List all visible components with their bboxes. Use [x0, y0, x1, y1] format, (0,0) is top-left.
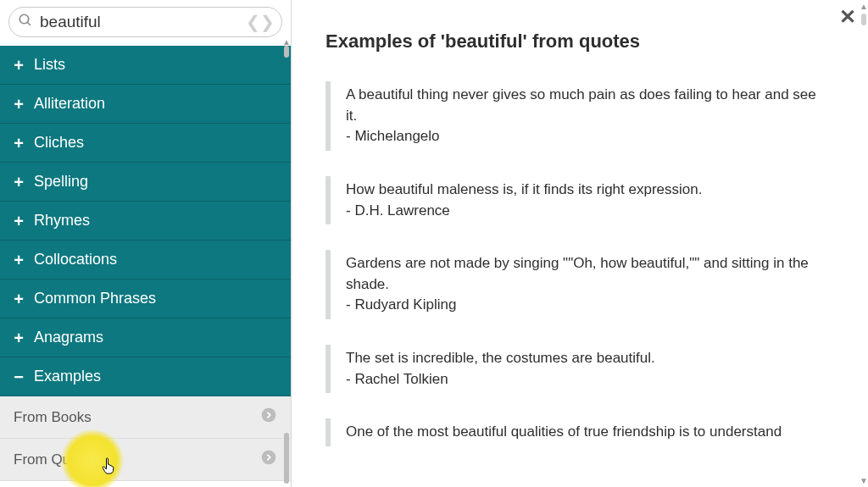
quote-block: The set is incredible, the costumes are …	[326, 345, 817, 393]
quote-text: The set is incredible, the costumes are …	[346, 348, 817, 369]
quote-author: - Rudyard Kipling	[346, 295, 817, 316]
chevron-right-circle-icon	[260, 449, 277, 470]
sub-item-label: From Books	[14, 409, 92, 426]
quote-block: A beautiful thing never gives so much pa…	[326, 81, 817, 151]
plus-icon: +	[12, 57, 25, 74]
sidebar-item-alliteration[interactable]: + Alliteration	[0, 85, 291, 124]
sidebar-item-label: Cliches	[34, 134, 84, 152]
sidebar-item-label: Rhymes	[34, 212, 90, 230]
svg-point-0	[19, 14, 29, 24]
scroll-down-arrow-icon[interactable]: ▼	[860, 476, 868, 485]
sidebar-item-label: Lists	[34, 56, 65, 74]
sidebar-item-rhymes[interactable]: + Rhymes	[0, 202, 291, 241]
quote-text: One of the most beautiful qualities of t…	[346, 422, 817, 443]
nav-back-icon[interactable]: ❮	[246, 14, 260, 30]
right-panel: ✕ ▲ ▼ Examples of 'beautiful' from quote…	[292, 0, 868, 487]
search-box[interactable]: ❮ ❯	[8, 7, 282, 37]
sidebar-item-anagrams[interactable]: + Anagrams	[0, 318, 291, 357]
sidebar-item-label: Examples	[34, 368, 101, 385]
sub-item-label: From Quotes	[14, 451, 97, 468]
search-icon	[18, 13, 33, 31]
sidebar-item-lists[interactable]: + Lists	[0, 46, 291, 85]
plus-icon: +	[12, 291, 25, 307]
quote-text: How beautiful maleness is, if it finds i…	[346, 180, 817, 201]
sidebar-item-label: Collocations	[34, 251, 117, 268]
left-panel: ❮ ❯ + Lists + Alliteration + Cliches + S…	[0, 0, 292, 487]
sidebar[interactable]: + Lists + Alliteration + Cliches + Spell…	[0, 46, 291, 487]
quote-block: How beautiful maleness is, if it finds i…	[326, 176, 817, 224]
sidebar-item-label: Common Phrases	[34, 290, 156, 307]
plus-icon: +	[12, 252, 25, 268]
minus-icon: −	[12, 368, 25, 385]
sub-item-from-quotes[interactable]: From Quotes	[0, 439, 291, 481]
plus-icon: +	[12, 135, 25, 152]
close-button[interactable]: ✕	[839, 5, 856, 29]
sidebar-item-cliches[interactable]: + Cliches	[0, 124, 291, 163]
scrollbar-thumb[interactable]	[861, 14, 866, 25]
plus-icon: +	[12, 213, 25, 230]
plus-icon: +	[12, 96, 25, 113]
scrollbar-thumb[interactable]	[284, 46, 289, 58]
sub-item-from-books[interactable]: From Books	[0, 396, 291, 439]
svg-point-2	[262, 408, 276, 423]
app-root: ❮ ❯ + Lists + Alliteration + Cliches + S…	[0, 0, 868, 487]
search-wrap: ❮ ❯	[0, 0, 291, 46]
quote-author: - Michelangelo	[346, 126, 817, 147]
quote-text: Gardens are not made by singing ""Oh, ho…	[346, 253, 817, 295]
sidebar-item-label: Anagrams	[34, 329, 103, 346]
quote-author: - Rachel Tolkien	[346, 369, 817, 390]
plus-icon: +	[12, 174, 25, 191]
sidebar-item-examples[interactable]: − Examples	[0, 357, 291, 396]
sidebar-item-collocations[interactable]: + Collocations	[0, 241, 291, 279]
quote-author: - D.H. Lawrence	[346, 201, 817, 222]
nav-fwd-icon[interactable]: ❯	[260, 14, 275, 30]
quote-block: One of the most beautiful qualities of t…	[326, 418, 817, 446]
search-input[interactable]	[40, 13, 244, 31]
history-nav[interactable]: ❮ ❯	[246, 14, 275, 30]
content-area[interactable]: Examples of 'beautiful' from quotes A be…	[292, 0, 861, 487]
chevron-right-circle-icon	[260, 407, 277, 428]
sidebar-item-common-phrases[interactable]: + Common Phrases	[0, 279, 291, 318]
sidebar-item-label: Alliteration	[34, 95, 105, 113]
quote-block: Gardens are not made by singing ""Oh, ho…	[326, 250, 817, 319]
scrollbar-thumb[interactable]	[284, 433, 289, 484]
sidebar-item-spelling[interactable]: + Spelling	[0, 163, 291, 202]
svg-line-1	[27, 22, 31, 25]
plus-icon: +	[12, 329, 25, 346]
content-heading: Examples of 'beautiful' from quotes	[326, 30, 827, 53]
scroll-up-arrow-icon[interactable]: ▲	[860, 2, 868, 11]
quote-text: A beautiful thing never gives so much pa…	[346, 85, 817, 126]
svg-point-3	[262, 451, 276, 465]
sidebar-item-label: Spelling	[34, 173, 88, 191]
